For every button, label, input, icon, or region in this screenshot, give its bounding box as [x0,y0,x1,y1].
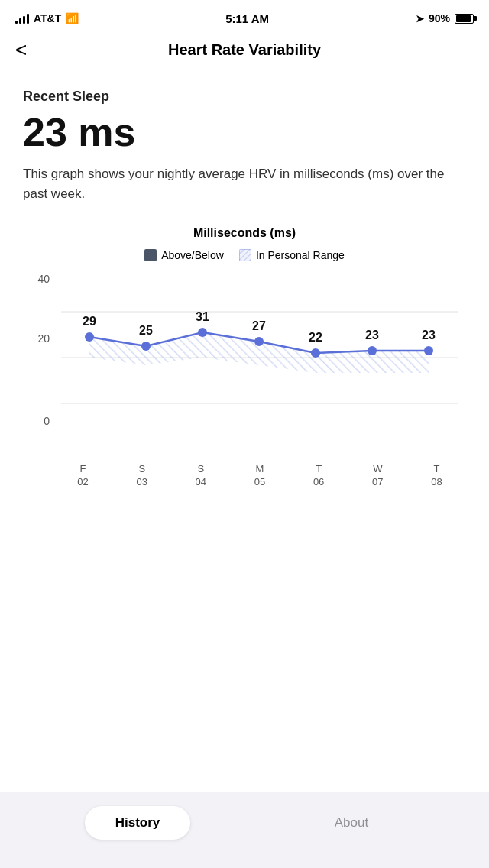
history-tab[interactable]: History [85,806,191,840]
data-point-3 [254,337,264,346]
data-point-6 [424,346,433,355]
x-date-1: 03 [136,476,147,487]
y-label-40: 40 [15,274,50,284]
legend-solid-box [144,249,157,261]
about-tab[interactable]: About [319,806,384,840]
y-label-20: 20 [15,333,50,344]
status-bar: AT&T 📶 5:11 AM ➤ 90% [0,0,489,34]
chart-container: Milliseconds (ms) Above/Below In Persona… [15,226,474,487]
x-day-6: T [433,463,439,474]
data-point-4 [311,348,320,358]
value-label-2: 31 [196,310,209,323]
battery-percent: 90% [429,12,450,24]
x-date-2: 04 [196,476,206,487]
x-label-0: F 02 [53,463,112,487]
main-content: Recent Sleep 23 ms This graph shows your… [0,66,489,487]
x-date-3: 05 [254,476,265,487]
carrier-label: AT&T [34,12,61,24]
data-point-5 [368,346,377,355]
description-text: This graph shows your nightly average HR… [23,164,466,203]
x-day-1: S [138,463,145,474]
main-value: 23 ms [23,112,466,152]
value-label-3: 27 [252,319,266,332]
legend-hatched-label: In Personal Range [256,249,345,261]
value-label-6: 23 [422,329,436,342]
data-point-1 [141,342,151,351]
wifi-icon: 📶 [66,12,79,24]
x-day-0: F [80,463,86,474]
x-date-5: 07 [372,476,383,487]
chart-svg: 29 25 31 27 22 23 23 [53,274,466,457]
data-point-0 [85,332,94,342]
tab-bar: History About [0,792,489,868]
x-day-2: S [198,463,205,474]
value-label-5: 23 [365,329,379,342]
value-label-4: 22 [309,331,322,344]
value-label-0: 29 [83,315,96,328]
data-point-2 [198,328,207,337]
x-label-4: T 06 [290,463,348,487]
x-date-6: 08 [431,476,442,487]
status-right: ➤ 90% [416,12,474,24]
x-label-6: T 08 [407,463,466,487]
legend-above-below: Above/Below [144,249,224,261]
page-title: Heart Rate Variability [168,41,321,59]
x-label-5: W 07 [348,463,407,487]
x-axis: F 02 S 03 S 04 M 05 T 06 [53,463,466,487]
x-day-5: W [373,463,382,474]
y-label-0: 0 [15,416,50,426]
signal-bars [15,13,29,24]
tab-history-item[interactable]: History [31,806,244,840]
value-label-1: 25 [139,324,153,337]
back-button[interactable]: < [15,40,27,60]
x-label-1: S 03 [112,463,171,487]
time-label: 5:11 AM [225,12,269,25]
tab-about-item[interactable]: About [244,806,458,840]
legend-hatched-box [239,249,251,261]
location-icon: ➤ [416,13,424,24]
y-axis-labels: 40 20 0 [15,274,50,426]
x-label-2: S 04 [171,463,230,487]
header: < Heart Rate Variability [0,34,489,66]
x-day-3: M [256,463,264,474]
x-date-4: 06 [313,476,324,487]
legend-in-range: In Personal Range [239,249,345,261]
chart-legend: Above/Below In Personal Range [15,249,474,261]
x-label-3: M 05 [230,463,289,487]
section-label: Recent Sleep [23,89,466,105]
x-date-0: 02 [77,476,88,487]
battery-icon [455,14,474,24]
chart-title: Milliseconds (ms) [15,226,474,240]
battery-fill [456,15,471,22]
x-day-4: T [316,463,322,474]
legend-solid-label: Above/Below [161,249,224,261]
chart-area: 40 20 0 [15,274,474,487]
status-left: AT&T 📶 [15,12,79,24]
